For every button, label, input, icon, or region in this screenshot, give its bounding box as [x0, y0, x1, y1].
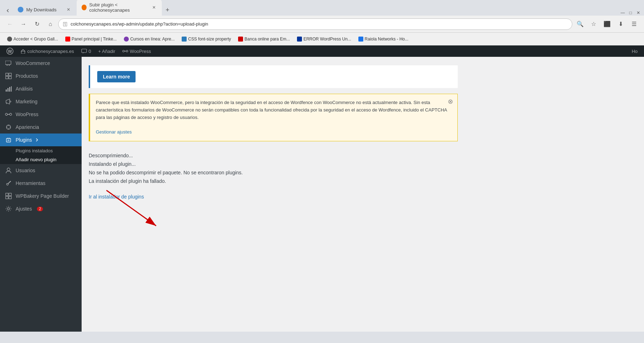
bookmark-label-6: ERROR WordPress Un...	[303, 37, 351, 42]
maximize-button[interactable]: □	[628, 10, 633, 16]
status-line-1: Descomprimiendo...	[89, 151, 458, 160]
svg-point-4	[122, 50, 124, 52]
svg-text:W: W	[8, 49, 12, 54]
apariencia-label: Apariencia	[16, 124, 39, 130]
wp-logo-item[interactable]: W	[3, 45, 17, 57]
svg-rect-11	[6, 76, 8, 79]
add-new-label: + Añadir	[98, 49, 115, 54]
bookmark-error-wp[interactable]: ERROR WordPress Un...	[294, 35, 354, 43]
bookmark-css[interactable]: CSS font-size property	[179, 35, 234, 43]
bookmark-cursos[interactable]: Cursos en línea: Apre...	[121, 35, 177, 43]
close-window-button[interactable]: ✕	[635, 10, 641, 16]
sidebar-item-productos[interactable]: Productos	[0, 70, 82, 82]
tab-my-downloads[interactable]: My Downloads ✕	[13, 4, 77, 16]
new-tab-button[interactable]: +	[162, 4, 173, 16]
svg-point-22	[7, 168, 10, 171]
sidebar-item-ajustes[interactable]: Ajustes 2	[0, 202, 82, 215]
browser-title-bar: My Downloads ✕ Subir plugin < colchonesy…	[0, 0, 644, 16]
plugins-icon	[5, 136, 12, 143]
ajustes-badge: 2	[37, 207, 43, 211]
tab-close-1[interactable]: ✕	[65, 6, 72, 13]
sidebar-subitem-addnew[interactable]: Añadir nuevo plugin	[0, 155, 82, 164]
status-line-3: No se ha podido descomprimir el paquete.…	[89, 168, 458, 177]
tab-favicon-1	[18, 7, 23, 12]
installer-link[interactable]: Ir al instalador de plugins	[89, 194, 144, 200]
forward-button[interactable]: →	[18, 18, 29, 30]
sidebar-item-marketing[interactable]: Marketing	[0, 95, 82, 108]
apariencia-icon	[5, 124, 12, 131]
tab-close-2[interactable]: ✕	[152, 4, 157, 11]
svg-point-23	[7, 184, 9, 185]
productos-label: Productos	[16, 73, 38, 79]
ajustes-label: Ajustes	[16, 206, 32, 212]
menu-button[interactable]: ☰	[628, 18, 640, 30]
content-area: Learn more Parece que está instalado Woo…	[89, 65, 458, 200]
plugins-chevron-icon	[35, 138, 38, 142]
svg-rect-26	[6, 196, 8, 199]
svg-rect-24	[6, 193, 8, 196]
gestionar-ajustes-link[interactable]: Gestionar ajustes	[96, 129, 132, 135]
bookmark-favicon-5	[238, 37, 243, 42]
woopress-item[interactable]: WooPress	[119, 45, 155, 57]
back-button[interactable]: ←	[4, 18, 16, 30]
bookmarks-bar: Acceder < Grupo Gall... Panel principal …	[0, 33, 644, 45]
sidebar-item-usuarios[interactable]: Usuarios	[0, 164, 82, 177]
svg-point-5	[126, 50, 128, 52]
plugins-submenu: Plugins instalados Añadir nuevo plugin	[0, 146, 82, 164]
search-button[interactable]: 🔍	[574, 18, 586, 30]
add-new-item[interactable]: + Añadir	[95, 45, 119, 57]
analisis-icon	[5, 85, 12, 92]
browser-toolbar: ← → ↻ ⌂ ⚿ colchonesycanapes.es/wp-admin/…	[0, 16, 644, 33]
woopress-sidebar-icon	[5, 111, 12, 118]
bookmark-banca[interactable]: Banca online para Em...	[235, 35, 293, 43]
marketing-label: Marketing	[16, 99, 37, 104]
herramientas-label: Herramientas	[16, 180, 45, 186]
bookmark-favicon-6	[297, 37, 302, 42]
tab-subir-plugin[interactable]: Subir plugin < colchonesycanapes ✕	[77, 0, 162, 16]
svg-point-8	[9, 65, 10, 66]
svg-rect-21	[7, 140, 10, 141]
learn-more-banner: Learn more	[89, 65, 458, 88]
comments-item[interactable]: 0	[78, 45, 95, 57]
sidebar-item-herramientas[interactable]: Herramientas	[0, 177, 82, 190]
site-name-item[interactable]: colchonesycanapes.es	[17, 45, 78, 57]
address-bar[interactable]: ⚿ colchonesycanapes.es/wp-admin/update.p…	[58, 18, 572, 30]
svg-rect-16	[11, 86, 12, 92]
bookmark-raiola[interactable]: Raiola Networks - Ho...	[356, 35, 411, 43]
extensions-button[interactable]: ⬛	[601, 18, 613, 30]
bookmark-favicon-2	[65, 37, 70, 42]
sidebar-subitem-instalados[interactable]: Plugins instalados	[0, 146, 82, 155]
download-button[interactable]: ⬇	[615, 18, 626, 30]
wpbakery-label: WPBakery Page Builder	[16, 193, 69, 199]
tab-scroll-left[interactable]	[3, 6, 13, 16]
bookmark-favicon-7	[358, 37, 363, 42]
status-area: Descomprimiendo... Instalando el plugin.…	[89, 148, 458, 188]
home-button[interactable]: ⌂	[45, 18, 56, 30]
bookmark-button[interactable]: ☆	[588, 18, 599, 30]
reload-button[interactable]: ↻	[31, 18, 43, 30]
svg-rect-10	[9, 73, 11, 76]
sidebar-item-woocommerce[interactable]: WooCommerce	[0, 57, 82, 70]
notice-close-button[interactable]: ⊗	[448, 98, 453, 105]
sidebar-item-plugins[interactable]: Plugins	[0, 134, 82, 146]
bookmark-panel[interactable]: Panel principal | Tinke...	[62, 35, 120, 43]
sidebar-item-woopress[interactable]: WooPress	[0, 108, 82, 121]
comments-count: 0	[89, 49, 91, 54]
bookmark-favicon-3	[124, 37, 129, 42]
bookmark-favicon-4	[182, 37, 187, 42]
ajustes-icon	[5, 205, 12, 212]
bookmark-acceder[interactable]: Acceder < Grupo Gall...	[4, 35, 61, 43]
howdy-item[interactable]: Ho	[628, 45, 641, 57]
wpbakery-icon	[5, 192, 12, 200]
bookmark-label-2: Panel principal | Tinke...	[72, 37, 117, 42]
productos-icon	[5, 72, 12, 80]
woopress-sidebar-label: WooPress	[16, 111, 38, 117]
sidebar-item-analisis[interactable]: Análisis	[0, 82, 82, 95]
svg-rect-2	[21, 51, 25, 54]
learn-more-button[interactable]: Learn more	[97, 71, 136, 82]
minimize-button[interactable]: —	[620, 10, 626, 16]
security-icon: ⚿	[63, 21, 68, 27]
tab-label-1: My Downloads	[26, 7, 56, 12]
sidebar-item-wpbakery[interactable]: WPBakery Page Builder	[0, 190, 82, 202]
sidebar-item-apariencia[interactable]: Apariencia	[0, 121, 82, 134]
